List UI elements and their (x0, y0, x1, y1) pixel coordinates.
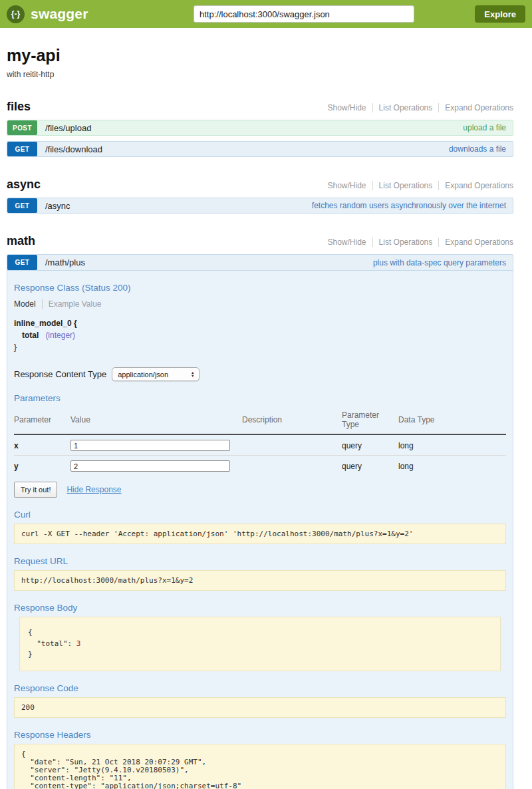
section-header-files: files Show/Hide List Operations Expand O… (7, 100, 513, 114)
method-badge: GET (7, 142, 37, 156)
section-header-math: math Show/Hide List Operations Expand Op… (7, 234, 513, 248)
param-name: y (14, 456, 70, 476)
op-summary[interactable]: fetches random users asynchronously over… (312, 198, 513, 213)
list-operations-link[interactable]: List Operations (372, 103, 439, 112)
select-value: application/json (118, 371, 168, 379)
col-header-value: Value (70, 407, 242, 434)
request-url-block: http://localhost:3000/math/plus?x=1&y=2 (14, 570, 506, 591)
response-headers-heading: Response Headers (14, 730, 506, 740)
param-y-input[interactable] (70, 460, 230, 472)
select-arrows-icon: ▲ ▼ (191, 371, 194, 378)
method-badge: POST (7, 120, 37, 135)
api-description: with reitit-http (7, 70, 513, 79)
col-header-data-type: Data Type (398, 407, 506, 434)
op-expanded-get-math-plus: GET /math/plus plus with data-spec query… (7, 254, 513, 789)
section-controls: Show/Hide List Operations Expand Operati… (322, 237, 513, 247)
arrow-down-icon: ▼ (191, 375, 194, 378)
op-path[interactable]: /files/upload (45, 120, 91, 135)
response-code-block: 200 (14, 697, 506, 718)
op-row-get-async[interactable]: GET /async fetches random users asynchro… (7, 198, 513, 214)
op-path[interactable]: /async (45, 198, 70, 213)
parameters-table: Parameter Value Description Parameter Ty… (14, 407, 506, 476)
model-property: total (integer) (14, 329, 506, 341)
response-class-heading: Response Class (Status 200) (14, 283, 506, 293)
section-header-async: async Show/Hide List Operations Expand O… (7, 178, 513, 192)
expand-operations-link[interactable]: Expand Operations (438, 181, 513, 190)
main-content: my-api with reitit-http files Show/Hide … (7, 46, 513, 789)
op-summary[interactable]: downloads a file (449, 142, 513, 156)
response-code-heading: Response Code (14, 683, 506, 693)
hide-response-link[interactable]: Hide Response (66, 485, 121, 494)
op-content-panel: Response Class (Status 200) Model Exampl… (7, 271, 513, 789)
param-data-type: long (398, 434, 506, 456)
response-headers-block: { "date": "Sun, 21 Oct 2018 20:07:29 GMT… (14, 744, 506, 789)
op-row-get-math-plus[interactable]: GET /math/plus plus with data-spec query… (7, 255, 513, 271)
expand-operations-link[interactable]: Expand Operations (438, 103, 513, 112)
model-tabs: Model Example Value (14, 299, 506, 309)
swagger-logo-icon: {-} (7, 5, 25, 23)
model-close-brace: } (14, 341, 506, 353)
param-x-input[interactable] (70, 440, 230, 451)
param-type: query (342, 456, 398, 476)
model-name: inline_model_0 { (14, 317, 506, 329)
try-row: Try it out! Hide Response (14, 482, 506, 498)
param-row-x: x query long (14, 434, 506, 456)
spec-url-input[interactable] (194, 5, 414, 23)
section-title-math: math (7, 234, 35, 248)
explore-button[interactable]: Explore (475, 5, 525, 23)
try-it-out-button[interactable]: Try it out! (14, 482, 57, 498)
section-controls: Show/Hide List Operations Expand Operati… (322, 103, 513, 112)
response-content-type-label: Response Content Type (14, 369, 106, 379)
json-close-brace: } (28, 650, 33, 659)
request-url-heading: Request URL (14, 556, 506, 566)
tab-example-value[interactable]: Example Value (43, 299, 102, 309)
show-hide-link[interactable]: Show/Hide (322, 103, 372, 112)
show-hide-link[interactable]: Show/Hide (322, 181, 372, 190)
op-path[interactable]: /files/download (45, 142, 102, 156)
tab-model[interactable]: Model (14, 299, 43, 309)
response-body-heading: Response Body (14, 603, 506, 613)
op-row-post-files-upload[interactable]: POST /files/upload upload a file (7, 120, 513, 136)
parameters-header-row: Parameter Value Description Parameter Ty… (14, 407, 506, 434)
param-row-y: y query long (14, 456, 506, 476)
brand-title: swagger (31, 6, 88, 22)
response-content-type-select[interactable]: application/json ▲ ▼ (112, 367, 199, 381)
op-summary[interactable]: upload a file (463, 120, 513, 135)
parameters-heading: Parameters (14, 393, 506, 403)
method-badge: GET (7, 198, 37, 213)
method-badge: GET (7, 255, 37, 270)
param-data-type: long (398, 456, 506, 476)
section-title-files: files (7, 100, 31, 114)
json-key: "total": (28, 639, 76, 648)
col-header-parameter-type: Parameter Type (342, 407, 398, 434)
app-header: {-} swagger Explore (0, 0, 532, 28)
curl-heading: Curl (14, 510, 506, 520)
section-title-async: async (7, 178, 41, 192)
op-row-get-files-download[interactable]: GET /files/download downloads a file (7, 141, 513, 157)
swagger-logo[interactable]: {-} swagger (7, 5, 88, 23)
col-header-parameter: Parameter (14, 407, 70, 434)
param-type: query (342, 434, 398, 456)
param-description (242, 434, 342, 456)
model-property-type: (integer) (45, 331, 75, 340)
col-header-description: Description (242, 407, 342, 434)
model-property-name: total (22, 331, 39, 340)
json-value: 3 (76, 639, 81, 648)
curl-command-block: curl -X GET --header 'Accept: applicatio… (14, 524, 506, 544)
op-path[interactable]: /math/plus (45, 255, 85, 270)
show-hide-link[interactable]: Show/Hide (322, 237, 372, 247)
response-body-block: { "total": 3 } (19, 617, 501, 671)
response-content-type-row: Response Content Type application/json ▲… (14, 367, 506, 381)
json-open-brace: { (28, 628, 33, 637)
model-signature: inline_model_0 { total (integer) } (14, 317, 506, 353)
api-title: my-api (7, 46, 513, 65)
list-operations-link[interactable]: List Operations (372, 181, 439, 190)
list-operations-link[interactable]: List Operations (372, 237, 439, 247)
param-name: x (14, 434, 70, 456)
expand-operations-link[interactable]: Expand Operations (438, 237, 513, 247)
op-summary[interactable]: plus with data-spec query parameters (373, 255, 513, 270)
section-controls: Show/Hide List Operations Expand Operati… (322, 181, 513, 190)
param-description (242, 456, 342, 476)
